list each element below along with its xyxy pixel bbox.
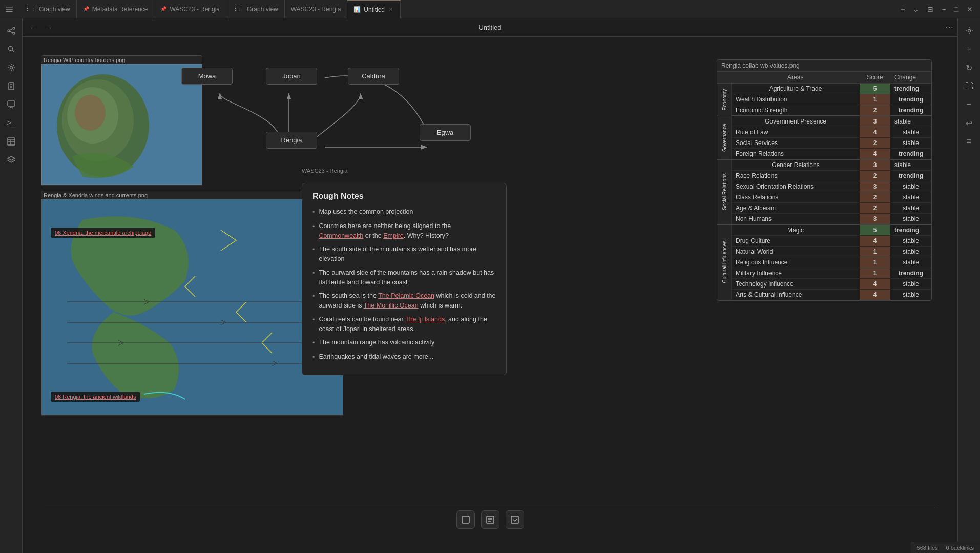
new-note-btn[interactable] [456,510,475,529]
main-layout: >_ ← → Untitled ⋯ [0,18,980,553]
right-icon-add[interactable]: + [961,41,977,57]
area-social-services: Social Services [732,138,860,149]
split-view-btn[interactable]: ⊟ [924,4,936,14]
score-magic: 5 [860,224,890,236]
change-religious: stable [890,257,931,268]
monillic-link[interactable]: The Monillic Ocean [364,302,419,309]
score-religious: 1 [860,257,890,268]
area-age-albeism: Age & Albeism [732,203,860,214]
svg-line-6 [10,29,13,30]
iji-link[interactable]: The Iji Islands [405,316,445,323]
right-icon-settings[interactable] [961,23,977,39]
sidebar-icon-search[interactable] [3,41,19,57]
maximize-btn[interactable]: □ [951,4,962,14]
score-military: 1 [860,268,890,279]
tab-dropdown-btn[interactable]: ⌄ [910,4,922,14]
table-row: Arts & Cultural Influence 4 stable [717,290,931,300]
svg-rect-38 [511,516,518,523]
rengia-overlay[interactable]: 08 Rengia, the ancient wildlands [51,392,140,402]
right-icon-menu[interactable]: ≡ [961,133,977,150]
svg-point-39 [968,30,970,32]
table-row: Age & Albeism 2 stable [717,203,931,214]
tab-untitled[interactable]: 📊 Untitled ✕ [347,0,401,18]
node-rengia[interactable]: Rengia [266,132,317,149]
backlinks-count: 0 backlinks [946,545,974,551]
note-item-1: Map uses the common projection [312,207,496,217]
score-non-humans: 3 [860,214,890,225]
sidebar-toggle[interactable] [0,0,18,18]
canvas-area[interactable]: Rengia WIP country borders.png [23,37,957,530]
back-btn[interactable]: ← [27,23,40,33]
svg-point-26 [75,95,106,131]
th-category [717,72,732,84]
note-item-6: Coral reefs can be found near The Iji Is… [312,315,496,334]
scroll-arrow: → [41,302,43,312]
tab-close-untitled[interactable]: ✕ [388,6,394,13]
change-drug-culture: stable [890,236,931,247]
commonwealth-link[interactable]: Commonwealth [319,232,363,239]
svg-line-9 [12,50,14,52]
table-row: Cultural Influences Magic 5 trending [717,224,931,236]
tab-graph-view-2[interactable]: ⋮⋮ Graph view [226,0,285,18]
table-icon: 📊 [353,6,361,13]
tab-wasc23-rengia-1[interactable]: 📌 WASC23 - Rengia [154,0,226,18]
right-icon-minus[interactable]: − [961,96,977,113]
tab-graph-view-1[interactable]: ⋮⋮ Graph view [18,0,77,18]
new-tab-btn[interactable]: + [898,4,908,14]
node-egwa[interactable]: Egwa [420,124,471,141]
score-class-rel: 2 [860,192,890,203]
area-military: Military Influence [732,268,860,279]
table-row: Technology Influence 4 stable [717,279,931,290]
area-foreign-rel: Foreign Relations [732,149,860,160]
sidebar-icon-table[interactable] [3,133,19,150]
notes-list: Map uses the common projection Countries… [312,207,496,362]
score-foreign-rel: 4 [860,149,890,160]
right-icon-undo[interactable]: ↩ [961,115,977,131]
bottom-toolbar [45,508,935,530]
edit-btn[interactable] [481,510,499,529]
close-btn[interactable]: ✕ [964,4,976,14]
score-social-services: 2 [860,138,890,149]
sidebar-icon-settings[interactable] [3,59,19,76]
score-sexual-orientation: 3 [860,181,890,192]
minimize-btn[interactable]: − [939,4,949,14]
node-mowa[interactable]: Mowa [181,68,233,85]
change-social-services: stable [890,138,931,149]
area-technology: Technology Influence [732,279,860,290]
score-wealth: 1 [860,94,890,105]
score-drug-culture: 4 [860,236,890,247]
pelamic-link[interactable]: The Pelamic Ocean [378,292,434,299]
publish-btn[interactable] [506,510,524,529]
tab-metadata-reference[interactable]: 📌 Metadata Reference [77,0,155,18]
more-options-btn[interactable]: ⋯ [945,23,953,32]
category-cultural: Cultural Influences [717,224,732,300]
image2-title: Rengia & Xendria winds and currents.png [41,191,343,199]
sidebar-icon-terminal[interactable]: >_ [3,115,19,131]
area-religious: Religious Influence [732,257,860,268]
score-econ-strength: 2 [860,105,890,116]
sidebar-icon-layers[interactable] [3,152,19,168]
sidebar-icon-chat[interactable] [3,96,19,113]
right-icon-refresh[interactable]: ↻ [961,59,977,76]
change-arts: stable [890,290,931,300]
change-agri-trade: trending [890,84,931,94]
right-icon-expand[interactable]: ⛶ [961,78,977,94]
area-race-rel: Race Relations [732,171,860,181]
graph-label: WASC23 - Rengia [302,168,347,174]
data-table: Areas Score Change Economy Agriculture &… [717,72,931,300]
sidebar-icon-files[interactable] [3,78,19,94]
svg-rect-33 [462,516,469,523]
tab-wasc23-rengia-2[interactable]: WASC23 - Rengia [285,0,348,18]
content-area: ← → Untitled ⋯ [23,18,957,553]
svg-point-8 [8,47,12,51]
empire-link[interactable]: Empire [383,232,404,239]
node-jopari[interactable]: Jopari [266,68,317,85]
table-row: Foreign Relations 4 trending [717,149,931,160]
node-caldura[interactable]: Caldura [348,68,399,85]
score-race-rel: 2 [860,171,890,181]
xendria-overlay[interactable]: 06 Xendria, the mercantile archipelago [51,228,155,238]
change-gender-rel: stable [890,159,931,171]
forward-btn[interactable]: → [42,23,55,33]
svg-point-10 [10,67,12,69]
sidebar-icon-graph[interactable] [3,23,19,39]
